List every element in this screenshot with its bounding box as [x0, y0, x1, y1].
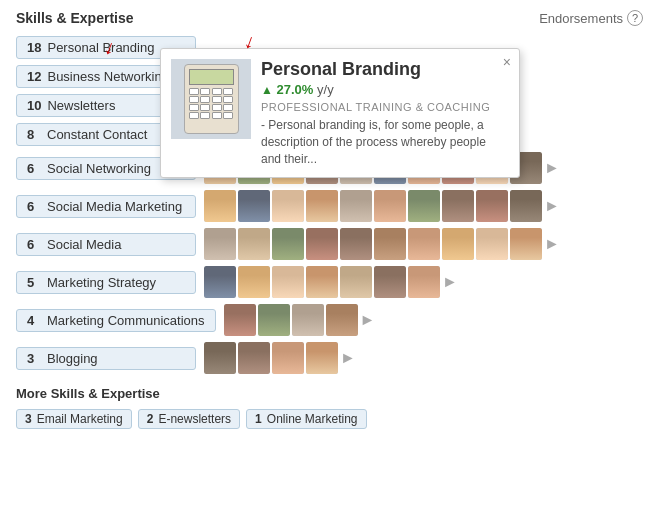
- avatar: [204, 342, 236, 374]
- skill-tag-enewsletters[interactable]: 2 E-newsletters: [138, 409, 240, 429]
- skill-label: E-newsletters: [158, 412, 231, 426]
- popup-content: Personal Branding ▲ 27.0% y/y PROFESSION…: [171, 59, 509, 167]
- growth-arrow-icon: ▲: [261, 83, 273, 97]
- avatar: [306, 342, 338, 374]
- endorsements-label: Endorsements: [539, 11, 623, 26]
- skill-tag-social-media-marketing[interactable]: 6 Social Media Marketing: [16, 195, 196, 218]
- avatar: [340, 266, 372, 298]
- skill-count: 6: [27, 161, 41, 176]
- avatar: [238, 266, 270, 298]
- avatar: [238, 228, 270, 260]
- avatar: [272, 190, 304, 222]
- skill-label: Social Networking: [47, 161, 151, 176]
- skill-label: Constant Contact: [47, 127, 147, 142]
- skill-count: 1: [255, 412, 262, 426]
- popup-image: [171, 59, 251, 139]
- help-icon[interactable]: ?: [627, 10, 643, 26]
- skill-tag-blogging[interactable]: 3 Blogging: [16, 347, 196, 370]
- popup-growth: ▲ 27.0% y/y: [261, 82, 509, 97]
- more-endorsers-arrow[interactable]: ►: [340, 342, 356, 374]
- skill-count: 8: [27, 127, 41, 142]
- popup-text: Personal Branding ▲ 27.0% y/y PROFESSION…: [261, 59, 509, 167]
- avatar: [306, 190, 338, 222]
- skill-row: 6 Social Media ►: [16, 228, 643, 260]
- skill-label: Personal Branding: [47, 40, 154, 55]
- more-endorsers-arrow[interactable]: ►: [544, 152, 560, 184]
- skill-label: Online Marketing: [267, 412, 358, 426]
- endorser-avatars: ►: [204, 228, 643, 260]
- skill-label: Social Media Marketing: [47, 199, 182, 214]
- avatar: [238, 190, 270, 222]
- more-endorsers-arrow[interactable]: ►: [544, 190, 560, 222]
- endorser-avatars: ►: [204, 190, 643, 222]
- avatar: [272, 266, 304, 298]
- avatar: [204, 190, 236, 222]
- more-skills-row: 3 Email Marketing 2 E-newsletters 1 Onli…: [16, 409, 643, 429]
- skill-tag-email-marketing[interactable]: 3 Email Marketing: [16, 409, 132, 429]
- avatar: [510, 228, 542, 260]
- skill-tag-marketing-strategy[interactable]: 5 Marketing Strategy: [16, 271, 196, 294]
- endorser-avatars: ►: [204, 266, 643, 298]
- skill-label: Marketing Strategy: [47, 275, 156, 290]
- avatar: [272, 342, 304, 374]
- more-skills-title: More Skills & Expertise: [16, 386, 643, 401]
- popup-overlay: ×: [160, 48, 520, 178]
- skill-count: 10: [27, 98, 41, 113]
- avatar: [374, 190, 406, 222]
- avatar: [306, 266, 338, 298]
- skill-count: 6: [27, 237, 41, 252]
- endorser-avatars: ►: [204, 342, 643, 374]
- skill-tag-online-marketing[interactable]: 1 Online Marketing: [246, 409, 366, 429]
- skill-count: 6: [27, 199, 41, 214]
- popup-description: - Personal branding is, for some people,…: [261, 117, 509, 167]
- avatar: [292, 304, 324, 336]
- growth-label: y/y: [317, 82, 334, 97]
- avatar: [510, 190, 542, 222]
- skill-count: 18: [27, 40, 41, 55]
- avatar: [476, 190, 508, 222]
- avatar: [408, 266, 440, 298]
- skill-count: 12: [27, 69, 41, 84]
- skill-count: 3: [27, 351, 41, 366]
- skill-tag-marketing-communications[interactable]: 4 Marketing Communications: [16, 309, 216, 332]
- avatar: [258, 304, 290, 336]
- avatar: [476, 228, 508, 260]
- popup-title: Personal Branding: [261, 59, 509, 80]
- skill-label: Business Networking: [47, 69, 168, 84]
- skill-label: Newsletters: [47, 98, 115, 113]
- growth-value: 27.0%: [277, 82, 314, 97]
- avatar: [204, 228, 236, 260]
- skill-row: 3 Blogging ►: [16, 342, 643, 374]
- skill-count: 4: [27, 313, 41, 328]
- avatar: [340, 228, 372, 260]
- skill-count: 2: [147, 412, 154, 426]
- skill-tag-social-media[interactable]: 6 Social Media: [16, 233, 196, 256]
- avatar: [374, 266, 406, 298]
- avatar: [224, 304, 256, 336]
- skill-row: 6 Social Media Marketing ►: [16, 190, 643, 222]
- avatar: [374, 228, 406, 260]
- more-endorsers-arrow[interactable]: ►: [360, 304, 376, 336]
- endorser-avatars: ►: [224, 304, 643, 336]
- more-skills-section: More Skills & Expertise 3 Email Marketin…: [16, 386, 643, 429]
- avatar: [204, 266, 236, 298]
- popup-close-button[interactable]: ×: [503, 55, 511, 69]
- skill-label: Social Media: [47, 237, 121, 252]
- skill-label: Marketing Communications: [47, 313, 205, 328]
- skill-count: 5: [27, 275, 41, 290]
- skill-label: Email Marketing: [37, 412, 123, 426]
- popup-category: PROFESSIONAL TRAINING & COACHING: [261, 101, 509, 113]
- skill-row: 4 Marketing Communications ►: [16, 304, 643, 336]
- avatar: [442, 190, 474, 222]
- avatar: [238, 342, 270, 374]
- avatar: [442, 228, 474, 260]
- avatar: [408, 190, 440, 222]
- more-endorsers-arrow[interactable]: ►: [544, 228, 560, 260]
- skill-count: 3: [25, 412, 32, 426]
- avatar: [326, 304, 358, 336]
- more-endorsers-arrow[interactable]: ►: [442, 266, 458, 298]
- section-title: Skills & Expertise: [16, 10, 134, 26]
- avatar: [340, 190, 372, 222]
- skill-row: 5 Marketing Strategy ►: [16, 266, 643, 298]
- avatar: [306, 228, 338, 260]
